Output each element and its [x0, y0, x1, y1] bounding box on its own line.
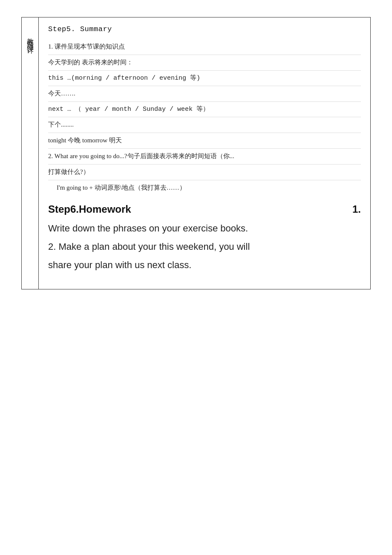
- tonight-line: tonight 今晚 tomorrow 明天: [48, 133, 361, 149]
- today-label: 今天学到的 表示将来的时间：: [48, 55, 361, 71]
- item1-text: 1. 课件呈现本节课的知识点: [48, 43, 125, 50]
- item2-text: 2. What are you going to do...?句子后面接表示将来…: [48, 153, 234, 159]
- xiage-text: 下个........: [48, 121, 74, 128]
- homework-line3: share your plan with us next class.: [48, 258, 361, 272]
- this-line: this …(morning / afternoon / evening 等): [48, 71, 361, 86]
- this-text: this …(morning / afternoon / evening 等): [48, 75, 200, 82]
- homework-line2-text: 2. Make a plan about your this weekend, …: [48, 241, 250, 252]
- sidebar-chars: 教师活动设计: [24, 33, 36, 43]
- homework-line3-text: share your plan with us next class.: [48, 260, 191, 270]
- jintian-line: 今天…….: [48, 86, 361, 102]
- step6-title-text: Step6.Homework: [48, 203, 131, 215]
- next-line: next … （ year / month / Sunday / week 等）: [48, 102, 361, 117]
- step5-title: Step5. Summary: [48, 25, 361, 33]
- page-container: 教师活动设计 Step5. Summary 1. 课件呈现本节课的知识点 今天学…: [0, 0, 392, 555]
- step6-number: 1.: [352, 203, 361, 215]
- item2-formula-text: I'm going to + 动词原形\地点（我打算去……）: [57, 184, 186, 191]
- item1-label: 1. 课件呈现本节课的知识点: [48, 39, 361, 55]
- tonight-text: tonight 今晚 tomorrow 明天: [48, 137, 122, 144]
- today-text: 今天学到的 表示将来的时间：: [48, 59, 133, 66]
- xiage-line: 下个........: [48, 117, 361, 133]
- homework-line2: 2. Make a plan about your this weekend, …: [48, 240, 361, 254]
- next-text: next … （ year / month / Sunday / week 等）: [48, 106, 209, 113]
- left-sidebar: 教师活动设计: [22, 17, 39, 289]
- homework-line1: Write down the phrases on your exercise …: [48, 221, 361, 235]
- item2-label: 2. What are you going to do...?句子后面接表示将来…: [48, 149, 361, 165]
- step6-title: Step6.Homework 1.: [48, 203, 361, 215]
- item2-sub-text: 打算做什么?）: [48, 168, 89, 175]
- item2-sub: 打算做什么?）: [48, 165, 361, 180]
- content-box: 教师活动设计 Step5. Summary 1. 课件呈现本节课的知识点 今天学…: [21, 17, 371, 289]
- jintian-text: 今天…….: [48, 90, 75, 97]
- main-content: Step5. Summary 1. 课件呈现本节课的知识点 今天学到的 表示将来…: [39, 17, 370, 289]
- item2-formula: I'm going to + 动词原形\地点（我打算去……）: [48, 180, 361, 196]
- homework-line1-text: Write down the phrases on your exercise …: [48, 223, 248, 234]
